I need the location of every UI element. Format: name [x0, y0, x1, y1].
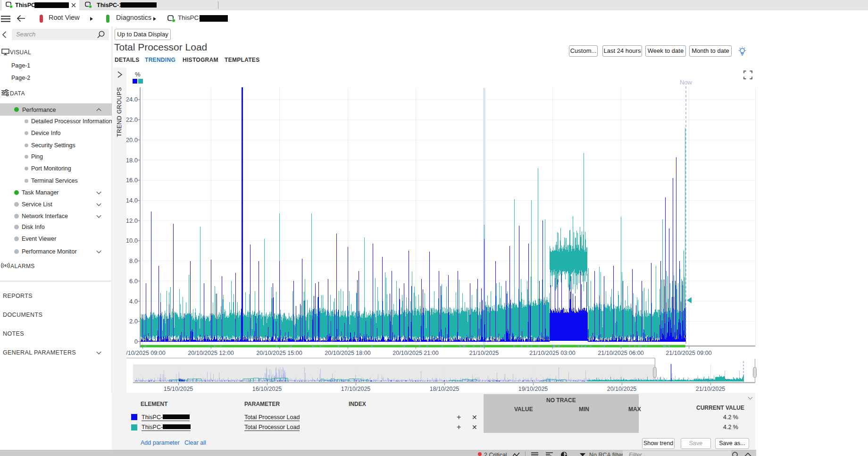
svg-text:18.0: 18.0	[126, 157, 138, 164]
svg-text:21/10/2025 03:00: 21/10/2025 03:00	[529, 350, 575, 356]
svg-text:17/10/2025: 17/10/2025	[341, 386, 371, 392]
svg-text:20/10/2025 15:00: 20/10/2025 15:00	[256, 350, 302, 356]
svg-text:22.0: 22.0	[126, 116, 138, 123]
svg-text:24.0: 24.0	[126, 96, 138, 103]
svg-text:19/10/2025: 19/10/2025	[518, 386, 548, 392]
svg-text:20/10/2025 21:00: 20/10/2025 21:00	[392, 350, 438, 356]
svg-text:8.0: 8.0	[129, 257, 138, 264]
svg-text:6.0: 6.0	[129, 278, 138, 285]
svg-text:0: 0	[134, 338, 138, 345]
svg-text:2.0: 2.0	[129, 318, 138, 325]
svg-text:21/10/2025: 21/10/2025	[696, 386, 726, 392]
svg-text:12.0: 12.0	[126, 217, 138, 224]
svg-text:20/10/2025 12:00: 20/10/2025 12:00	[188, 350, 234, 356]
svg-text:14.0: 14.0	[126, 197, 138, 204]
svg-text:20.0: 20.0	[126, 136, 138, 144]
svg-text:16/10/2025: 16/10/2025	[252, 386, 282, 392]
svg-text:21/10/2025 06:00: 21/10/2025 06:00	[598, 350, 643, 356]
svg-text:21/10/2025: 21/10/2025	[469, 350, 499, 356]
svg-text:21/10/2025 09:00: 21/10/2025 09:00	[666, 350, 711, 356]
svg-text:16.0: 16.0	[126, 177, 138, 184]
svg-text:10.0: 10.0	[126, 237, 138, 244]
svg-text:4.0: 4.0	[129, 298, 138, 305]
svg-text:20/10/2025 18:00: 20/10/2025 18:00	[325, 350, 370, 356]
svg-text:18/10/2025: 18/10/2025	[430, 386, 459, 392]
svg-text:20/10/2025: 20/10/2025	[607, 386, 637, 392]
svg-text:Now: Now	[680, 79, 693, 86]
svg-text:15/10/2025: 15/10/2025	[164, 386, 193, 392]
